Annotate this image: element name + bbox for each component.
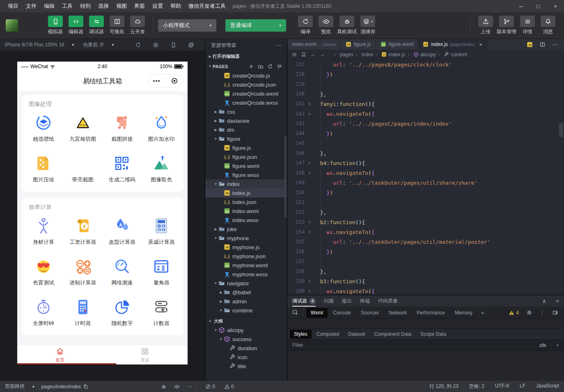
code-line[interactable]: 147 ∨ b4:function(){ (287, 158, 564, 168)
collapse-panel-icon[interactable]: ∧ (542, 298, 546, 304)
action-button[interactable]: 预览 (316, 16, 336, 35)
tree-item[interactable]: figure.json (205, 152, 287, 161)
code-line[interactable]: 142 ∨ wx.navigateTo({ (287, 109, 564, 119)
tree-item[interactable]: figure.js (205, 143, 287, 152)
tree-item[interactable]: index.js (205, 188, 287, 197)
tool-item[interactable]: 带壳截图 (63, 154, 103, 183)
tool-item[interactable]: 进制计算器 (63, 257, 103, 287)
tree-item[interactable]: ▶ dm (205, 125, 287, 134)
fold-icon[interactable]: ∨ (306, 171, 313, 175)
outline-list-icon[interactable] (291, 52, 297, 57)
tool-item[interactable]: 随机数字 (103, 298, 142, 327)
menu-item[interactable]: 项目 (4, 0, 22, 12)
devtools-menu-icon[interactable]: ⋮ (540, 310, 545, 316)
compile-select[interactable]: 普通编译 ▾ (225, 19, 286, 32)
code-line[interactable]: 155 url: '../../taskOuter/pages/util/mat… (287, 237, 564, 247)
outline-item[interactable]: icon (205, 353, 287, 362)
inspect-element-icon[interactable] (292, 309, 299, 316)
warnings-indicator[interactable]: 4 (509, 310, 519, 316)
cls-toggle[interactable]: .cls (539, 342, 546, 348)
page-path-select[interactable]: 页面路径 ▾ (5, 383, 34, 390)
tree-item[interactable]: myphone.json (205, 252, 287, 261)
minimize-button[interactable]: ─ (512, 0, 530, 12)
code-line[interactable]: 152 }, (287, 207, 564, 217)
debugger-tab[interactable]: 问题 (324, 295, 334, 307)
devtools-settings-icon[interactable] (526, 309, 532, 316)
filter-input[interactable]: Filter (292, 342, 303, 348)
fold-icon[interactable]: ∨ (306, 112, 313, 116)
menu-item[interactable]: 选择 (94, 0, 112, 12)
statusbar-item[interactable]: JavaScript (536, 383, 559, 390)
action-button[interactable]: 编译 (295, 16, 316, 35)
explorer-scrollbar[interactable] (284, 135, 287, 218)
action-button[interactable]: 真机调试 (336, 16, 358, 35)
explorer-more-icon[interactable]: ⋯ (276, 42, 281, 48)
code-line[interactable]: 159 ∨ b3:function(){ (287, 276, 564, 286)
tool-item[interactable]: 九宫格切图 (63, 114, 103, 143)
sim-refresh-icon[interactable] (135, 42, 141, 48)
tool-item[interactable]: 图片加水印 (142, 114, 181, 143)
breadcrumb-item[interactable]: alicopy (405, 52, 436, 57)
outline-item[interactable]: duration (205, 344, 287, 353)
code-line[interactable]: 137 url: '../../pagesB/pages/clock/clock… (287, 60, 564, 69)
styles-tab[interactable]: Computed (312, 330, 343, 339)
avatar[interactable] (6, 19, 18, 32)
hot-reload-toggle[interactable]: 热重载 开▾ (83, 41, 114, 48)
editor-tab[interactable]: index.js pages\index × (418, 39, 487, 50)
menu-item[interactable]: 界面 (131, 0, 149, 12)
outline-section-row[interactable]: ▼ 大纲 (205, 316, 287, 326)
current-page-path[interactable]: pages/index/index (41, 384, 89, 390)
fold-icon[interactable]: ∨ (306, 220, 313, 224)
close-panel-icon[interactable]: × (556, 298, 559, 304)
more-tabs-icon[interactable]: » (477, 310, 488, 316)
code-line[interactable]: 145 (287, 138, 564, 148)
tree-item[interactable]: createQrcode.wxml (205, 89, 287, 98)
code-line[interactable]: 138 }) (287, 69, 564, 79)
tree-item[interactable]: ▼ figure (205, 134, 287, 143)
statusbar-item[interactable]: LF (520, 383, 525, 390)
outline-item[interactable]: ▼ alicopy (205, 326, 287, 335)
tree-item[interactable]: ▼ myphone (205, 234, 287, 243)
panel-toggle-button[interactable]: 云开发 (127, 16, 148, 35)
editor-more-icon[interactable]: ⋯ (552, 41, 558, 48)
toolbar-right-button[interactable]: 版本管理 (496, 16, 517, 35)
tool-item[interactable]: 图像取色 (142, 154, 181, 183)
sim-float-window-icon[interactable] (188, 42, 194, 48)
outline-item[interactable]: ▼ success (205, 335, 287, 344)
toolbar-right-button[interactable]: 详情 (517, 16, 538, 35)
tree-item[interactable]: figure.wxss (205, 170, 287, 179)
code-line[interactable]: 143 url: '../../pagesC/pages/index/index… (287, 119, 564, 128)
breadcrumb-item[interactable]: pages (332, 52, 353, 57)
tool-item[interactable]: 截图拼接 (103, 114, 142, 143)
devtools-tab[interactable]: Network (384, 308, 411, 318)
tool-item[interactable]: 图片压缩 (24, 154, 63, 183)
tree-item[interactable]: createQrcode.json (205, 80, 287, 89)
tree-item[interactable]: createQrcode.js (205, 71, 287, 80)
fold-icon[interactable]: ∨ (306, 279, 313, 283)
toolbar-right-button[interactable]: 上传 (475, 16, 496, 35)
tree-item[interactable]: myphone.js (205, 243, 287, 252)
panel-toggle-button[interactable]: 调试器 (86, 16, 107, 35)
debugger-tab[interactable]: 终端 (360, 295, 370, 307)
code-line[interactable]: 160 ∨ wx.navigateTo({ (287, 286, 564, 295)
sim-device-icon[interactable] (170, 42, 177, 48)
tree-item[interactable]: ▶ joke (205, 225, 287, 234)
menu-item[interactable]: 微信开发者工具 (185, 0, 229, 12)
debugger-tab[interactable]: 调试器 4 (292, 295, 316, 307)
code-line[interactable]: 140 }, (287, 89, 564, 99)
statusbar-item[interactable]: 行 120, 列 23 (429, 383, 459, 390)
exit-miniapp-button[interactable] (166, 77, 183, 85)
menu-item[interactable]: 设置 (149, 0, 167, 12)
tabbar-item[interactable]: 更多 (103, 345, 188, 364)
status-eye-icon[interactable] (174, 384, 180, 390)
statusbar-item[interactable]: 空格: 2 (469, 383, 484, 390)
code-line[interactable]: 149 url: '../../taskOuter/pages/util/sha… (287, 178, 564, 188)
editor-scrollbar[interactable] (559, 123, 563, 137)
editor-tab[interactable]: figure.wxml (376, 39, 419, 50)
outline-item[interactable]: title (205, 362, 287, 371)
code-line[interactable]: 150 }) (287, 188, 564, 197)
status-more-icon[interactable]: ⋯ (187, 384, 193, 390)
code-line[interactable]: 141 ∨ fanyi:function(){ (287, 99, 564, 109)
tool-item[interactable]: 亲戚计算器 (142, 217, 181, 246)
tool-item[interactable]: 计时器 (63, 298, 103, 327)
